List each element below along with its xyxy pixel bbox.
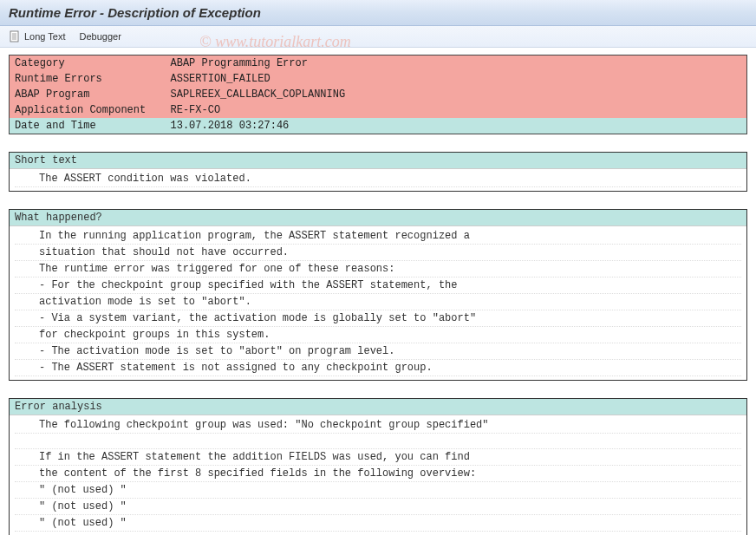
text-line: for checkpoint groups in this system. [15,327,741,343]
section-header: Error analysis [10,399,746,415]
section-body: The following checkpoint group was used:… [10,415,746,535]
info-value: RE-FX-CO [166,102,747,118]
table-row: Category ABAP Programming Error [10,56,747,72]
text-line: situation that should not have occurred. [15,245,741,261]
text-line: - Via a system variant, the activation m… [15,310,741,327]
content-area: Category ABAP Programming Error Runtime … [0,48,756,542]
debugger-label: Debugger [80,31,121,42]
info-value: SAPLREEX_CALLBACK_COPLANNING [166,87,747,102]
long-text-button[interactable]: Long Text [9,30,66,42]
page-title: Runtime Error - Description of Exception [9,5,747,20]
long-text-label: Long Text [24,31,66,42]
text-line: - The activation mode is set to "abort" … [15,343,741,360]
info-label: ABAP Program [10,87,166,102]
error-info-table: Category ABAP Programming Error Runtime … [9,55,747,134]
what-happened-section: What happened? In the running applicatio… [9,209,747,381]
debugger-button[interactable]: Debugger [80,31,121,42]
table-row: ABAP Program SAPLREEX_CALLBACK_COPLANNIN… [10,87,747,102]
info-value: 13.07.2018 03:27:46 [166,118,747,134]
section-header: What happened? [10,210,746,226]
text-line: The ASSERT condition was violated. [15,171,741,187]
text-line: " (not used) " [15,515,741,532]
info-value: ABAP Programming Error [166,56,747,72]
info-label: Category [10,56,166,72]
error-analysis-section: Error analysis The following checkpoint … [9,398,747,535]
section-body: In the running application program, the … [10,226,746,380]
text-line: " (not used) " [15,482,741,499]
section-body: The ASSERT condition was violated. [10,169,746,191]
text-line: - The ASSERT statement is not assigned t… [15,360,741,376]
text-line [15,434,741,449]
info-value: ASSERTION_FAILED [166,71,747,87]
short-text-section: Short text The ASSERT condition was viol… [9,152,747,192]
svg-rect-0 [10,31,18,42]
info-label: Runtime Errors [10,71,166,87]
title-bar: Runtime Error - Description of Exception [0,0,756,26]
table-row: Application Component RE-FX-CO [10,102,747,118]
table-row: Runtime Errors ASSERTION_FAILED [10,71,747,87]
table-row: Date and Time 13.07.2018 03:27:46 [10,118,747,134]
info-label: Application Component [10,102,166,118]
text-line: - For the checkpoint group specified wit… [15,278,741,294]
info-label: Date and Time [10,118,166,134]
text-line: In the running application program, the … [15,228,741,245]
text-line: The following checkpoint group was used:… [15,417,741,434]
text-line: the content of the first 8 specified fie… [15,466,741,482]
document-icon [9,30,21,42]
section-header: Short text [10,153,746,169]
text-line: " (not used) " [15,499,741,515]
toolbar: Long Text Debugger [0,26,756,48]
text-line: activation mode is set to "abort". [15,294,741,310]
text-line: If in the ASSERT statement the addition … [15,449,741,466]
text-line: The runtime error was triggered for one … [15,261,741,278]
